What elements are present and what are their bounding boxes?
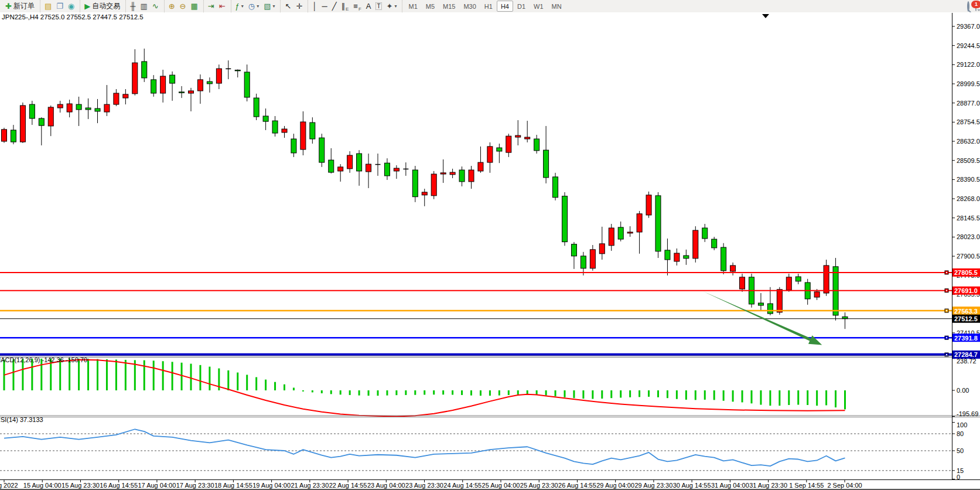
timeframe-h1-button[interactable]: H1 bbox=[480, 1, 497, 12]
candle bbox=[412, 170, 418, 197]
candle bbox=[216, 69, 221, 83]
candle bbox=[394, 168, 399, 171]
candle bbox=[161, 76, 166, 93]
macd-histogram-bar bbox=[312, 390, 313, 392]
signals-button[interactable]: ◉ bbox=[66, 1, 77, 12]
timeframe-m30-button[interactable]: M30 bbox=[459, 1, 480, 12]
candle bbox=[301, 122, 306, 149]
time-tick-label: 26 Aug 14:55 bbox=[558, 482, 596, 489]
shapes-button[interactable]: ✦▾ bbox=[384, 1, 399, 12]
macd-histogram-bar bbox=[769, 390, 771, 406]
chart-shift-button[interactable]: ⇤ bbox=[217, 1, 228, 12]
candlestick-chart-button[interactable]: ▥ bbox=[138, 1, 149, 12]
autotrading-button[interactable]: ▶自动交易 bbox=[82, 1, 122, 12]
candle bbox=[39, 118, 44, 125]
crosshair-button[interactable]: ✛ bbox=[293, 1, 305, 12]
auto-scroll-button[interactable]: ⇥ bbox=[206, 1, 217, 12]
macd-histogram-bar bbox=[825, 390, 827, 405]
market-watch-icon: ▤ bbox=[45, 2, 52, 10]
new-order-button-label: 新订单 bbox=[13, 1, 35, 11]
bar-chart-icon: ╫ bbox=[130, 2, 135, 10]
macd-histogram-bar bbox=[377, 390, 379, 396]
price-tick-label: 28390.5 bbox=[957, 176, 980, 183]
candle bbox=[338, 167, 343, 171]
macd-histogram-bar bbox=[424, 390, 425, 395]
templates-button[interactable]: ▧▾ bbox=[261, 1, 277, 12]
auto-scroll-icon: ⇥ bbox=[208, 2, 214, 10]
candle bbox=[824, 266, 829, 293]
candle bbox=[114, 93, 119, 104]
candle bbox=[814, 292, 819, 297]
macd-histogram-bar bbox=[629, 390, 631, 397]
macd-tick-label: 0.00 bbox=[957, 387, 969, 394]
tile-windows-button[interactable]: ▦ bbox=[188, 1, 200, 12]
fibonacci-button[interactable]: ≡F bbox=[351, 1, 363, 12]
macd-histogram-bar bbox=[461, 390, 463, 395]
candle bbox=[450, 172, 455, 175]
candle bbox=[702, 228, 708, 239]
mt4-window: ✚新订单▤❐◉▶自动交易╫▥∿⊕⊖▦⇥⇤ƒ▾◷▾▧▾↖✛│─╱∥E≡FAT✦▾M… bbox=[0, 0, 980, 490]
candle bbox=[384, 163, 390, 176]
candle bbox=[525, 137, 530, 139]
macd-histogram-bar bbox=[610, 390, 612, 398]
timeframe-mn-button[interactable]: MN bbox=[548, 1, 566, 12]
candle bbox=[684, 256, 689, 258]
market-watch-button[interactable]: ▤ bbox=[42, 1, 54, 12]
rsi-tick-label: 0 bbox=[957, 474, 960, 481]
candle bbox=[263, 116, 268, 121]
macd-histogram-bar bbox=[844, 390, 846, 409]
periods-button[interactable]: ◷▾ bbox=[246, 1, 261, 12]
macd-histogram-bar bbox=[414, 390, 416, 395]
macd-histogram-bar bbox=[592, 390, 593, 399]
bar-chart-button[interactable]: ╫ bbox=[128, 1, 138, 12]
zoom-out-button[interactable]: ⊖ bbox=[177, 1, 189, 12]
candle bbox=[478, 162, 483, 171]
text-button[interactable]: A bbox=[364, 1, 374, 12]
text-label-button[interactable]: T bbox=[373, 1, 384, 12]
timeframe-d1-button[interactable]: D1 bbox=[513, 1, 530, 12]
toolbar-group: ↖✛ bbox=[280, 0, 306, 12]
macd-histogram-bar bbox=[368, 390, 370, 396]
trendline-button[interactable]: ╱ bbox=[330, 1, 339, 12]
price-tick-label: 29244.5 bbox=[957, 42, 980, 49]
timeframe-m15-button[interactable]: M15 bbox=[439, 1, 459, 12]
candle bbox=[571, 244, 576, 256]
crosshair-icon: ✛ bbox=[296, 2, 302, 10]
timeframe-m5-button[interactable]: M5 bbox=[422, 1, 439, 12]
chart-canvas[interactable]: 29367.029244.529122.028999.528877.028754… bbox=[0, 12, 980, 490]
timeframe-m1-button[interactable]: M1 bbox=[404, 1, 421, 12]
notifications-button[interactable]: 1 bbox=[975, 2, 976, 11]
macd-histogram-bar bbox=[302, 390, 304, 392]
indicators-button[interactable]: ƒ▾ bbox=[233, 1, 246, 12]
toolbar-group: ▶自动交易 bbox=[80, 0, 124, 12]
macd-tick-label: -195.69 bbox=[957, 410, 978, 417]
horizontal-line-button[interactable]: ─ bbox=[319, 1, 329, 12]
vertical-line-button[interactable]: │ bbox=[310, 1, 319, 12]
zoom-in-button[interactable]: ⊕ bbox=[166, 1, 177, 12]
macd-histogram-bar bbox=[695, 390, 696, 400]
price-line-label: 27391.8 bbox=[954, 335, 978, 342]
data-window-button[interactable]: ❐ bbox=[54, 1, 66, 12]
price-tick-label: 27900.5 bbox=[957, 253, 980, 260]
timeframe-h4-button[interactable]: H4 bbox=[497, 1, 513, 12]
candle bbox=[235, 70, 240, 70]
time-tick-label: 29 Aug 04:00 bbox=[596, 482, 634, 489]
line-chart-button[interactable]: ∿ bbox=[150, 1, 161, 12]
time-tick-label: 31 Aug 23:30 bbox=[749, 482, 787, 489]
new-order-button[interactable]: ✚新订单 bbox=[3, 1, 37, 12]
candle bbox=[599, 244, 605, 254]
candle bbox=[197, 80, 203, 91]
candle bbox=[740, 277, 745, 289]
macd-histogram-bar bbox=[723, 390, 725, 401]
cursor-button[interactable]: ↖ bbox=[282, 1, 293, 12]
timeframe-w1-button[interactable]: W1 bbox=[530, 1, 548, 12]
macd-histogram-bar bbox=[40, 359, 42, 390]
search-button[interactable] bbox=[967, 2, 969, 11]
macd-histogram-bar bbox=[778, 390, 780, 406]
line-handle-dot bbox=[946, 290, 947, 291]
candle bbox=[506, 136, 511, 152]
chart-shift-icon: ⇤ bbox=[219, 2, 226, 10]
equidistant-channel-button[interactable]: ∥E bbox=[339, 1, 351, 12]
price-tick-label: 28268.0 bbox=[957, 195, 980, 202]
macd-histogram-bar bbox=[433, 390, 435, 394]
